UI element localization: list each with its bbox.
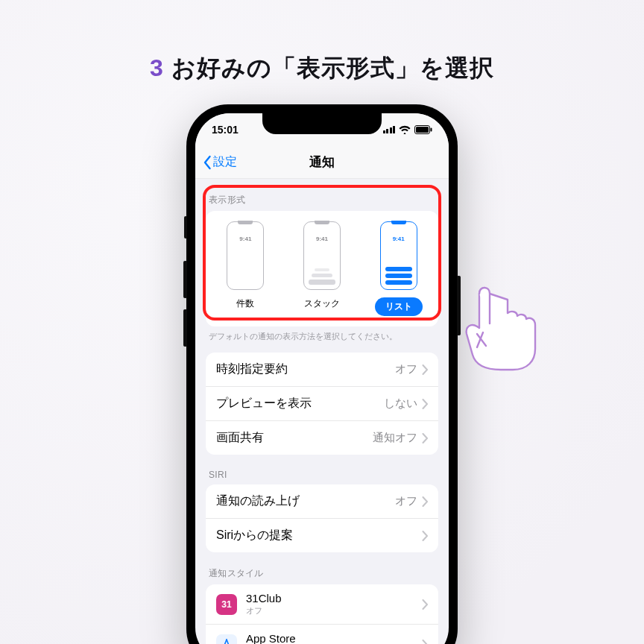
siri-group: 通知の読み上げ オフ Siriからの提案: [206, 484, 438, 552]
chevron-right-icon: [422, 496, 428, 507]
volume-up: [183, 261, 187, 298]
display-as-preview: 9:41: [303, 221, 341, 290]
display-as-option[interactable]: 9:41 リスト: [362, 221, 435, 316]
settings-row[interactable]: 時刻指定要約 オフ: [206, 353, 438, 387]
svg-line-4: [227, 640, 230, 645]
app-icon: 31: [216, 594, 237, 615]
app-icon: [216, 634, 237, 645]
svg-rect-2: [431, 128, 432, 132]
battery-icon: [414, 125, 432, 134]
volume-down: [183, 309, 187, 347]
row-value: 通知オフ: [373, 431, 417, 445]
display-as-card: 9:41 件数 9:41 スタック 9:41 リスト: [206, 211, 438, 326]
chevron-right-icon: [422, 640, 428, 645]
chevron-right-icon: [422, 364, 428, 375]
row-label: 通知の読み上げ: [216, 493, 395, 509]
step-text: お好みの「表示形式」を選択: [171, 54, 494, 81]
row-label: 時刻指定要約: [216, 362, 395, 377]
display-as-label: 件数: [236, 297, 254, 310]
display-as-label: リスト: [375, 297, 423, 316]
pointer-hand-icon: [461, 282, 543, 371]
status-right: [383, 125, 433, 134]
instruction-heading: 3お好みの「表示形式」を選択: [0, 52, 644, 85]
step-number: 3: [150, 54, 164, 81]
cellular-icon: [383, 126, 396, 133]
row-value: しない: [384, 397, 417, 411]
section-header-apps: 通知スタイル: [195, 552, 449, 584]
section-footer-display-as: デフォルトの通知の表示方法を選択してください。: [195, 326, 449, 353]
display-as-preview: 9:41: [380, 221, 417, 290]
svg-line-3: [223, 640, 227, 645]
phone-mockup: 15:01 設定 通知 表示形式: [186, 104, 458, 644]
back-button[interactable]: 設定: [203, 146, 237, 178]
app-name: App Store: [246, 632, 422, 644]
settings-row[interactable]: プレビューを表示 しない: [206, 387, 438, 421]
app-text: 31Club オフ: [246, 592, 422, 616]
display-as-picker: 9:41 件数 9:41 スタック 9:41 リスト: [206, 211, 438, 326]
phone-screen: 15:01 設定 通知 表示形式: [195, 113, 449, 644]
status-time: 15:01: [212, 124, 239, 136]
settings-row[interactable]: 通知の読み上げ オフ: [206, 484, 438, 519]
section-header-display-as: 表示形式: [195, 179, 449, 211]
app-row[interactable]: App Store バナー、サウンド、バッジ: [206, 625, 438, 644]
chevron-right-icon: [422, 599, 428, 610]
row-label: プレビューを表示: [216, 396, 384, 411]
app-sub: オフ: [246, 605, 422, 616]
section-header-siri: SIRI: [195, 455, 449, 484]
app-text: App Store バナー、サウンド、バッジ: [246, 632, 422, 644]
chevron-right-icon: [422, 399, 428, 409]
settings-row[interactable]: 画面共有 通知オフ: [206, 421, 438, 455]
nav-title: 通知: [309, 154, 335, 171]
row-label: 画面共有: [216, 430, 373, 446]
apps-group: 31 31Club オフ App Store バナー、サウンド、バッジ Appl…: [206, 584, 438, 644]
nav-bar: 設定 通知: [195, 146, 449, 179]
chevron-right-icon: [422, 433, 428, 443]
settings-row[interactable]: Siriからの提案: [206, 519, 438, 552]
chevron-right-icon: [422, 531, 428, 541]
chevron-left-icon: [203, 155, 212, 170]
wifi-icon: [399, 125, 411, 134]
mute-switch: [184, 216, 187, 239]
app-name: 31Club: [246, 592, 422, 605]
row-value: オフ: [395, 362, 417, 376]
svg-rect-1: [416, 127, 429, 133]
display-as-option[interactable]: 9:41 件数: [209, 221, 282, 316]
display-as-option[interactable]: 9:41 スタック: [285, 221, 359, 316]
row-label: Siriからの提案: [216, 528, 417, 543]
app-row[interactable]: 31 31Club オフ: [206, 584, 438, 625]
settings-group-1: 時刻指定要約 オフ プレビューを表示 しない 画面共有 通知オフ: [206, 353, 438, 455]
notch: [262, 113, 382, 134]
display-as-label: スタック: [304, 297, 340, 310]
scroll-content[interactable]: 表示形式 9:41 件数 9:41 スタック 9:41: [195, 179, 449, 644]
display-as-preview: 9:41: [227, 221, 264, 290]
back-label: 設定: [213, 154, 237, 170]
row-value: オフ: [395, 494, 417, 508]
